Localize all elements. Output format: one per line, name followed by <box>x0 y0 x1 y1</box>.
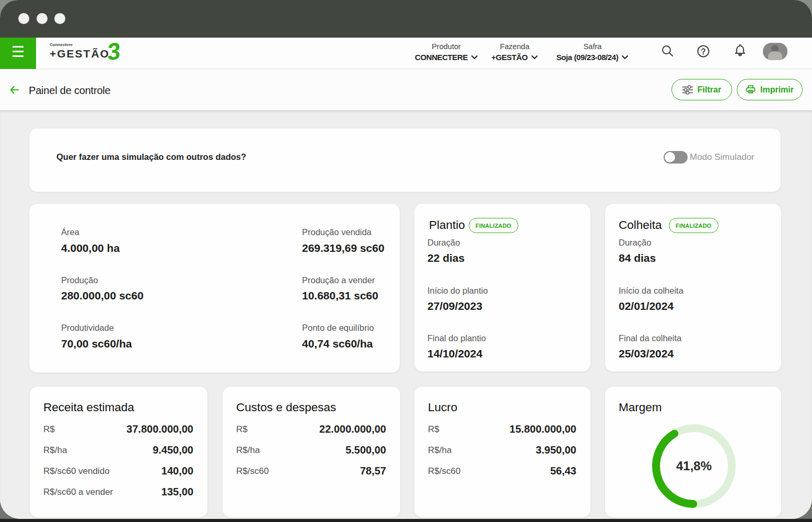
svg-text:41,8%: 41,8% <box>676 459 712 473</box>
